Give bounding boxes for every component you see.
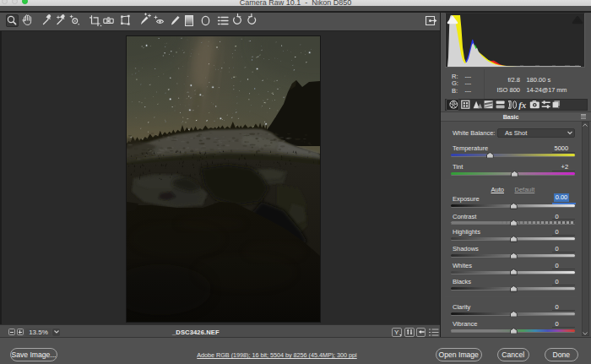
svg-text:fx: fx bbox=[518, 100, 527, 110]
